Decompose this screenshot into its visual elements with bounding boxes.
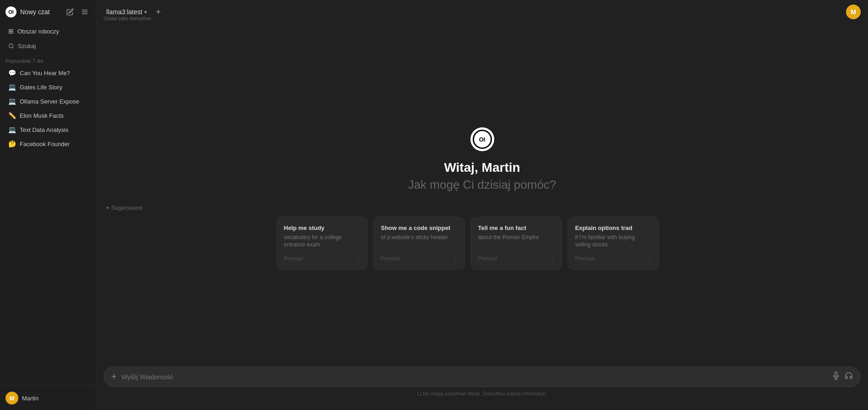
card-prompt-label: Promopt bbox=[284, 256, 303, 261]
chat-emoji: ✏️ bbox=[8, 112, 16, 119]
card-title: Explain options trad bbox=[575, 224, 651, 232]
card-subtitle: if I'm familiar with buying selling stoc… bbox=[575, 234, 651, 248]
main-area: llama3:latest ▾ + Ustaw jako domyślne M … bbox=[96, 0, 868, 410]
sidebar-workspace[interactable]: ⊞ Obszar roboczy bbox=[3, 24, 93, 38]
attach-button[interactable]: + bbox=[111, 372, 117, 382]
chat-list-item[interactable]: 💻Gates Life Story bbox=[3, 80, 93, 94]
card-title: Help me study bbox=[284, 224, 360, 232]
card-prompt-label: Promopt bbox=[381, 256, 400, 261]
card-footer: Promopt ↑ bbox=[575, 255, 651, 262]
svg-line-4 bbox=[12, 47, 13, 48]
chat-label: Facebook Founder bbox=[20, 141, 70, 148]
center-logo-inner: OI bbox=[473, 130, 492, 149]
card-footer: Promopt ↑ bbox=[284, 255, 360, 262]
chat-label: Can You Hear Me? bbox=[20, 70, 70, 77]
new-chat-icon[interactable] bbox=[65, 6, 76, 17]
chat-emoji: 🤔 bbox=[8, 140, 16, 148]
card-subtitle: vocabulary for a college entrance exam bbox=[284, 234, 360, 248]
card-arrow-icon: ↑ bbox=[454, 255, 457, 262]
headphone-icon[interactable] bbox=[845, 372, 853, 382]
chat-list: 💬Can You Hear Me?💻Gates Life Story💻Ollam… bbox=[0, 66, 96, 151]
sidebar: OI Nowy czat ⊞ Obszar roboczy Szukaj Pop… bbox=[0, 0, 96, 410]
sidebar-logo: OI bbox=[5, 6, 16, 17]
message-input[interactable] bbox=[121, 373, 827, 381]
microphone-icon[interactable] bbox=[832, 372, 840, 382]
chat-label: Text Data Analysis bbox=[20, 126, 68, 133]
sidebar-header: OI Nowy czat bbox=[0, 0, 96, 24]
chat-list-item[interactable]: 💻Text Data Analysis bbox=[3, 123, 93, 137]
chat-label: Elon Musk Facts bbox=[20, 112, 64, 119]
card-footer: Promopt ↑ bbox=[478, 255, 554, 262]
card-prompt-label: Promopt bbox=[478, 256, 497, 261]
card-arrow-icon: ↑ bbox=[648, 255, 651, 262]
svg-point-3 bbox=[9, 44, 13, 48]
add-model-button[interactable]: + bbox=[153, 6, 164, 18]
input-container: + bbox=[104, 366, 861, 387]
card-arrow-icon: ↑ bbox=[551, 255, 554, 262]
chat-label: Ollama Server Expose bbox=[20, 98, 79, 105]
card-footer: Promopt ↑ bbox=[381, 255, 457, 262]
sidebar-icons bbox=[65, 6, 90, 17]
model-name: llama3:latest bbox=[106, 8, 142, 16]
avatar: M bbox=[5, 392, 18, 405]
suggestion-card[interactable]: Explain options trad if I'm familiar wit… bbox=[568, 217, 659, 269]
bottom-bar: + LLMy mogą popełniać błędy. Zweryfikuj … bbox=[96, 361, 868, 410]
chat-list-item[interactable]: 💬Can You Hear Me? bbox=[3, 66, 93, 80]
chat-emoji: 💻 bbox=[8, 98, 16, 105]
greeting-subtitle: Jak mogę Ci dzisiaj pomóc? bbox=[408, 178, 557, 192]
sidebar-title: Nowy czat bbox=[20, 8, 50, 16]
chat-list-item[interactable]: 💻Ollama Server Expose bbox=[3, 94, 93, 108]
suggestion-card[interactable]: Show me a code snippet of a website's st… bbox=[373, 217, 465, 269]
chat-list-item[interactable]: ✏️Elon Musk Facts bbox=[3, 109, 93, 122]
card-subtitle: about the Roman Empire bbox=[478, 234, 554, 248]
sidebar-footer[interactable]: M Martin bbox=[0, 386, 96, 410]
center-logo: OI bbox=[470, 127, 494, 151]
chat-emoji: 💻 bbox=[8, 126, 16, 133]
search-icon bbox=[8, 43, 14, 49]
sidebar-logo-area: OI Nowy czat bbox=[5, 6, 50, 17]
card-arrow-icon: ↑ bbox=[357, 255, 360, 262]
card-title: Show me a code snippet bbox=[381, 224, 457, 232]
chat-emoji: 💬 bbox=[8, 69, 16, 77]
greeting-title: Witaj, Martin bbox=[444, 160, 520, 175]
suggestions-label: ✦ Sugerowane bbox=[105, 205, 481, 211]
bottom-notice: LLMy mogą popełniać błędy. Zweryfikuj wa… bbox=[104, 391, 861, 396]
section-label-recent: Poprzednie 7 dni bbox=[0, 54, 96, 66]
card-subtitle: of a website's sticky header bbox=[381, 234, 457, 248]
set-default-label: Ustaw jako domyślne bbox=[104, 16, 151, 21]
workspace-icon: ⊞ bbox=[8, 27, 14, 35]
menu-icon[interactable] bbox=[79, 6, 90, 17]
main-content: OI Witaj, Martin Jak mogę Ci dzisiaj pom… bbox=[96, 24, 868, 410]
suggestion-card[interactable]: Help me study vocabulary for a college e… bbox=[276, 217, 368, 269]
user-avatar-top[interactable]: M bbox=[846, 5, 861, 19]
suggestion-cards: Help me study vocabulary for a college e… bbox=[276, 217, 688, 269]
chat-label: Gates Life Story bbox=[20, 84, 62, 91]
topbar-right: M bbox=[846, 5, 861, 19]
chat-list-item[interactable]: 🤔Facebook Founder bbox=[3, 137, 93, 151]
topbar: llama3:latest ▾ + Ustaw jako domyślne M bbox=[96, 0, 868, 24]
sidebar-search[interactable]: Szukaj bbox=[3, 39, 93, 53]
chat-emoji: 💻 bbox=[8, 83, 16, 91]
card-prompt-label: Promopt bbox=[575, 256, 595, 261]
chevron-down-icon: ▾ bbox=[144, 9, 147, 15]
card-title: Tell me a fun fact bbox=[478, 224, 554, 232]
suggestion-card[interactable]: Tell me a fun fact about the Roman Empir… bbox=[470, 217, 562, 269]
footer-username: Martin bbox=[22, 395, 38, 402]
